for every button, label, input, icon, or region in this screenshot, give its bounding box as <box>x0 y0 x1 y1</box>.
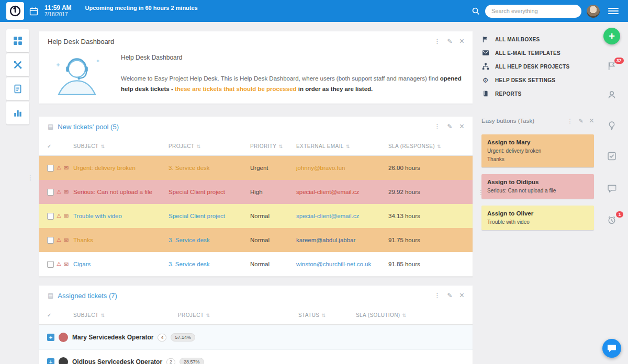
avatar <box>59 357 68 364</box>
sort-icon[interactable]: ⇅ <box>278 144 283 149</box>
row-checkbox[interactable] <box>47 165 54 172</box>
group-user-link[interactable]: Mary Servicedesk Operator <box>72 334 153 341</box>
group-count-badge: 4 <box>158 334 166 342</box>
ticket-project-link[interactable]: 3. Service desk <box>169 237 210 243</box>
messenger-button[interactable] <box>602 339 621 358</box>
sort-icon[interactable]: ⇅ <box>321 313 326 318</box>
column-email[interactable]: EXTERNAL EMAIL⇅ <box>296 143 388 149</box>
sort-icon[interactable]: ⇅ <box>196 144 200 149</box>
column-check[interactable]: ✓ <box>39 312 73 318</box>
link-help-desk-settings[interactable]: ⚙ HELP DESK SETTINGS <box>481 73 594 87</box>
column-subject[interactable]: SUBJECT⇅ <box>73 143 169 149</box>
column-check[interactable]: ✓ <box>39 143 73 149</box>
ticket-subject-link[interactable]: Urgent: delivery broken <box>73 165 136 171</box>
link-all-email-templates[interactable]: ALL E-MAIL TEMPLATES <box>481 46 594 60</box>
sort-icon[interactable]: ⇅ <box>100 144 105 149</box>
widget-options-icon[interactable]: ⋮ <box>434 38 441 44</box>
ticket-sla: 91.75 hours <box>388 237 473 243</box>
ticket-email-link[interactable]: special-client@email.cz <box>296 213 359 219</box>
sort-icon[interactable]: ⇅ <box>437 144 441 149</box>
widget-close-icon[interactable]: × <box>589 117 594 125</box>
ticket-subject-link[interactable]: Trouble with video <box>73 213 122 219</box>
upcoming-meeting-note[interactable]: Upcoming meeting in 60 hours 2 minutes <box>85 5 198 11</box>
row-checkbox[interactable] <box>47 213 54 220</box>
hamburger-menu-icon[interactable] <box>608 8 619 14</box>
column-subject[interactable]: SUBJECT⇅ <box>73 312 178 318</box>
group-user-link[interactable]: Oidipus Servicedesk Operator <box>72 358 162 364</box>
widget-close-icon[interactable]: × <box>459 122 464 131</box>
welcome-text: Welcome to Easy Project Help Desk. This … <box>121 73 464 95</box>
widget-options-icon[interactable]: ⋮ <box>434 123 441 130</box>
book-icon <box>481 90 489 97</box>
sort-icon[interactable]: ⇅ <box>100 313 105 318</box>
ticket-subject-link[interactable]: Serious: Can not upload a file <box>73 189 152 195</box>
ticket-email-link[interactable]: winston@churchill-net.co.uk <box>296 261 371 267</box>
column-project[interactable]: PROJECT⇅ <box>178 312 298 318</box>
search-icon[interactable] <box>472 7 480 15</box>
column-project[interactable]: PROJECT⇅ <box>169 143 250 149</box>
row-checkbox[interactable] <box>47 237 54 244</box>
widget-edit-icon[interactable]: ✎ <box>447 38 453 44</box>
warning-icon: ⚠ <box>57 165 61 170</box>
sidebar-item-dashboard[interactable] <box>6 29 29 52</box>
link-all-mailboxes[interactable]: ALL MAILBOXES <box>481 32 594 46</box>
sidebar-item-reports[interactable] <box>6 101 29 124</box>
ticket-project-link[interactable]: Special Client project <box>169 213 225 219</box>
ticket-email-link[interactable]: johnny@bravo.fun <box>296 165 345 171</box>
flag-icon[interactable] <box>608 62 616 71</box>
quick-add-button[interactable]: + <box>603 28 620 44</box>
search-input[interactable] <box>485 5 581 18</box>
flag-icon <box>481 36 489 43</box>
widget-options-icon[interactable]: ⋮ <box>434 292 441 299</box>
user-avatar[interactable] <box>587 5 600 18</box>
widget-edit-icon[interactable]: ✎ <box>578 118 583 124</box>
ticket-subject-link[interactable]: Cigars <box>73 261 91 267</box>
sort-icon[interactable]: ⇅ <box>206 313 210 318</box>
table-header: ✓ SUBJECT⇅ PROJECT⇅ STATUS⇅ SLA (SOLUTIO… <box>39 305 473 325</box>
ticket-email-link[interactable]: special-client@email.cz <box>296 189 359 195</box>
column-sla[interactable]: SLA (RESPONSE)⇅ <box>388 143 473 149</box>
widget-close-icon[interactable]: × <box>459 37 464 46</box>
chat-bubble-icon[interactable] <box>608 184 616 192</box>
person-icon[interactable] <box>608 90 616 99</box>
column-status[interactable]: STATUS⇅ <box>298 312 356 318</box>
envelope-icon <box>481 50 489 56</box>
check-square-icon[interactable] <box>608 152 616 161</box>
calendar-icon[interactable] <box>29 7 38 16</box>
expand-group-button[interactable]: + <box>47 334 54 341</box>
row-checkbox[interactable] <box>47 189 54 196</box>
lightbulb-icon[interactable] <box>608 121 616 130</box>
tools-icon <box>13 60 23 70</box>
sort-icon[interactable]: ⇅ <box>346 144 350 149</box>
widget-edit-icon[interactable]: ✎ <box>447 123 453 130</box>
current-time: 11:59 AM <box>44 4 72 12</box>
easy-button-assign-mary[interactable]: Assign to Mary Urgent: delivery broken T… <box>481 134 594 167</box>
column-sla[interactable]: SLA (SOLUTION)⇅ <box>356 312 473 318</box>
sort-icon[interactable]: ⇅ <box>402 313 407 318</box>
app-logo[interactable] <box>6 2 24 20</box>
expand-group-button[interactable]: + <box>47 358 54 364</box>
easy-button-assign-oidipus[interactable]: Assign to Oidipus Serious: Can not uploa… <box>481 174 594 199</box>
ticket-project-link[interactable]: Special Client project <box>169 189 225 195</box>
drag-handle[interactable]: ⋮ <box>27 175 33 181</box>
group-row: + Mary Servicedesk Operator 4 57.14% <box>39 325 473 349</box>
ticket-subject-link[interactable]: Thanks <box>73 237 93 243</box>
link-all-help-desk-projects[interactable]: ALL HELP DESK PROJECTS <box>481 60 594 73</box>
widget-options-icon[interactable]: ⋮ <box>567 118 573 124</box>
alarm-clock-icon[interactable] <box>608 215 616 224</box>
clock: 11:59 AM 7/18/2017 <box>44 4 72 18</box>
widget-edit-icon[interactable]: ✎ <box>447 292 453 299</box>
sidebar-item-tools[interactable] <box>6 53 29 76</box>
ticket-priority: High <box>250 189 296 195</box>
widget-close-icon[interactable]: × <box>459 291 464 300</box>
link-reports[interactable]: REPORTS <box>481 87 594 100</box>
row-checkbox[interactable] <box>47 261 54 268</box>
ticket-project-link[interactable]: 3. Service desk <box>169 261 210 267</box>
ticket-project-link[interactable]: 3. Service desk <box>169 165 210 171</box>
column-priority[interactable]: PRIORITY⇅ <box>250 143 296 149</box>
sidebar-item-documents[interactable] <box>6 77 29 100</box>
ticket-email-link[interactable]: kareem@abdul.jabbar <box>296 237 355 243</box>
ticket-priority: Normal <box>250 213 296 219</box>
easy-button-assign-oliver[interactable]: Assign to Oliver Trouble with video <box>481 206 594 230</box>
right-toolbar: + 32 1 <box>596 22 628 364</box>
